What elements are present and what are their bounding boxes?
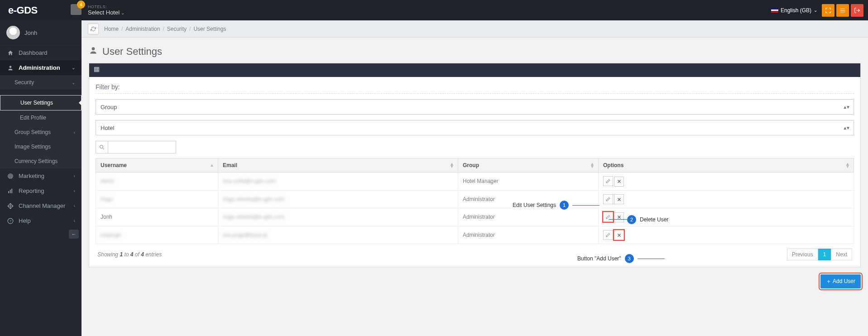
sidebar-item-group-settings[interactable]: Group Settings ‹ xyxy=(0,125,82,139)
page-title-text: User Settings xyxy=(102,46,162,58)
sidebar-item-label: Administration xyxy=(19,64,60,71)
sidebar-item-channel-manager[interactable]: Channel Manager ‹ xyxy=(0,198,82,213)
sidebar-item-label: Edit Profile xyxy=(20,115,46,121)
delete-user-button[interactable] xyxy=(614,177,624,187)
brand-logo: e-GDS xyxy=(0,5,68,16)
cell-email: hugo.oliveira@e-gds.com xyxy=(218,208,458,226)
expand-icon xyxy=(825,7,831,14)
language-selector[interactable]: English (GB) ⌄ xyxy=(771,7,817,14)
topbar-right: English (GB) ⌄ xyxy=(771,4,863,17)
breadcrumb-home[interactable]: Home xyxy=(104,26,119,32)
sort-icon: ▲▼ xyxy=(590,163,595,168)
page-title: User Settings xyxy=(82,38,868,63)
sidebar-item-user-settings[interactable]: User Settings xyxy=(0,95,82,110)
sidebar-item-image-settings[interactable]: Image Settings xyxy=(0,139,82,154)
menu-button[interactable] xyxy=(836,4,849,17)
svg-rect-4 xyxy=(8,191,9,193)
chevron-down-icon: ⌄ xyxy=(121,10,125,15)
pencil-icon xyxy=(606,197,610,202)
sidebar-collapse-button[interactable]: ← xyxy=(69,230,79,239)
chevron-left-icon: ‹ xyxy=(74,188,75,193)
group-select-value: Group xyxy=(101,104,117,110)
breadcrumb: Home/ Administration/ Security/ User Set… xyxy=(82,20,868,38)
col-email[interactable]: Email ▲▼ xyxy=(218,158,458,173)
edit-user-button[interactable] xyxy=(603,176,613,186)
pencil-icon xyxy=(606,179,610,183)
table-row: Jonhhugo.oliveira@e-gds.comAdministrator xyxy=(96,208,854,226)
topbar: e-GDS 4 HOTELS: Select Hotel ⌄ English (… xyxy=(0,0,868,20)
col-group[interactable]: Group ▲▼ xyxy=(458,158,599,173)
sidebar-item-administration[interactable]: Administration ⌄ xyxy=(0,60,82,75)
pager-previous[interactable]: Previous xyxy=(787,249,818,260)
logout-icon xyxy=(854,7,860,14)
pencil-icon xyxy=(606,215,610,219)
cell-group: Administrator xyxy=(458,208,599,226)
question-icon: ? xyxy=(6,218,14,224)
fullscreen-button[interactable] xyxy=(822,4,834,17)
home-icon xyxy=(6,50,14,56)
sidebar-item-security[interactable]: Security ⌄ xyxy=(0,75,82,90)
grid-icon xyxy=(94,67,100,74)
delete-user-button[interactable] xyxy=(614,230,624,240)
close-icon xyxy=(617,215,621,219)
edit-user-button[interactable] xyxy=(603,194,613,204)
user-icon xyxy=(89,46,98,58)
close-icon xyxy=(617,197,621,202)
col-label: Options xyxy=(603,162,623,168)
search-row xyxy=(96,141,854,154)
search-button[interactable] xyxy=(96,141,108,154)
logout-button[interactable] xyxy=(851,4,863,17)
sort-icon: ▲▼ xyxy=(845,163,850,168)
sidebar-item-label: Image Settings xyxy=(14,144,51,150)
breadcrumb-admin[interactable]: Administration xyxy=(125,26,160,32)
search-input[interactable] xyxy=(108,141,176,154)
sidebar-item-label: Group Settings xyxy=(14,129,51,135)
notifications[interactable]: 4 xyxy=(71,4,82,16)
edit-user-button[interactable] xyxy=(603,212,613,222)
sidebar-user[interactable]: Jonh xyxy=(0,20,82,45)
users-table: Username ▲ Email ▲▼ Group ▲▼ xyxy=(96,158,854,244)
sidebar-item-marketing[interactable]: Marketing ‹ xyxy=(0,168,82,183)
sidebar-nav: Dashboard Administration ⌄ Security ⌄ Us… xyxy=(0,45,82,228)
cell-username: luisjorge xyxy=(96,226,218,244)
sidebar-item-dashboard[interactable]: Dashboard xyxy=(0,45,82,60)
pager-page-1[interactable]: 1 xyxy=(818,249,831,260)
table-row: demoana.sofia@e-gds.comHotel Manager xyxy=(96,173,854,191)
delete-user-button[interactable] xyxy=(614,212,624,222)
panel-body: Filter by: Group ▲▼ Hotel ▲▼ xyxy=(89,77,860,267)
sidebar-item-help[interactable]: ? Help ‹ xyxy=(0,213,82,228)
delete-user-button[interactable] xyxy=(614,194,624,204)
filter-label: Filter by: xyxy=(96,83,854,94)
col-options: Options ▲▼ xyxy=(599,158,854,173)
close-icon xyxy=(617,233,621,237)
sidebar-item-edit-profile[interactable]: Edit Profile xyxy=(0,110,82,125)
breadcrumb-security[interactable]: Security xyxy=(167,26,187,32)
svg-point-9 xyxy=(92,47,95,50)
sidebar-item-currency-settings[interactable]: Currency Settings xyxy=(0,154,82,168)
select-arrows-icon: ▲▼ xyxy=(843,125,849,130)
svg-text:?: ? xyxy=(10,219,11,223)
sidebar-item-label: Dashboard xyxy=(19,49,48,56)
sidebar-item-label: Reporting xyxy=(19,187,44,194)
edit-user-button[interactable] xyxy=(603,230,613,240)
group-select[interactable]: Group ▲▼ xyxy=(96,99,854,115)
svg-point-11 xyxy=(100,145,103,149)
table-row: luisjorgeluis.jorge@inyst.ptAdministrato… xyxy=(96,226,854,244)
pager-next[interactable]: Next xyxy=(831,249,852,260)
plus-icon: ＋ xyxy=(826,278,831,284)
sort-icon: ▲▼ xyxy=(450,163,454,168)
hotel-selector[interactable]: HOTELS: Select Hotel ⌄ xyxy=(88,5,125,16)
add-user-button[interactable]: ＋ Add User xyxy=(820,274,861,288)
content: Home/ Administration/ Security/ User Set… xyxy=(82,20,868,336)
refresh-button[interactable] xyxy=(88,24,99,34)
flag-icon xyxy=(771,8,778,13)
pencil-icon xyxy=(606,233,610,237)
col-label: Email xyxy=(223,162,237,168)
sidebar-item-reporting[interactable]: Reporting ‹ xyxy=(0,183,82,198)
cell-username: demo xyxy=(96,173,218,191)
svg-point-0 xyxy=(10,66,12,68)
hotel-select[interactable]: Hotel ▲▼ xyxy=(96,120,854,135)
cell-options xyxy=(599,208,854,226)
col-username[interactable]: Username ▲ xyxy=(96,158,218,173)
cell-username: Jonh xyxy=(96,208,218,226)
